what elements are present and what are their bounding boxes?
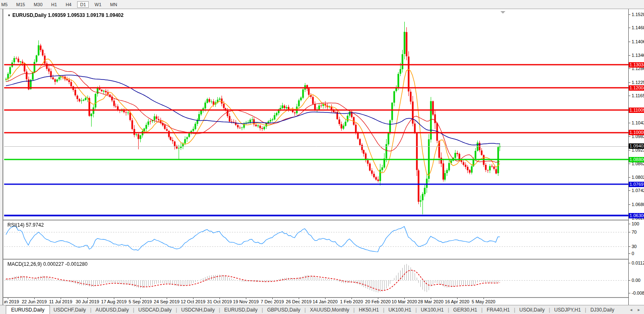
axis-tickmark <box>629 263 630 263</box>
main-chart-canvas[interactable] <box>4 10 628 220</box>
date-label: 5 May 2020 <box>466 299 501 304</box>
timeframe-button-h4[interactable]: H4 <box>63 1 74 8</box>
price-tick-label: 1.06805 <box>632 202 644 207</box>
rsi-tick-label: 70 <box>632 230 637 234</box>
axis-tickmark <box>629 42 630 42</box>
axis-tickmark <box>629 204 630 205</box>
rsi-tick-label: 30 <box>632 244 637 249</box>
axis-tickmark <box>629 190 630 191</box>
axis-tickmark <box>629 293 630 293</box>
chart-tab-usoil-daily[interactable]: USOil,Daily <box>516 306 548 314</box>
axis-tickmark <box>629 177 630 178</box>
price-tick-label: 1.10435 <box>632 120 644 125</box>
chart-tab-usdjpy-h1[interactable]: USDJPY,H1 <box>550 306 584 314</box>
macd-label: MACD(12,26,9) 0.000227 -0.001280 <box>7 261 87 267</box>
price-tick-label: 1.08020 <box>632 175 644 180</box>
timeframe-button-m30[interactable]: M30 <box>31 1 45 8</box>
timeframe-button-m15[interactable]: M15 <box>13 1 28 8</box>
chart-shift-marker-icon[interactable] <box>500 11 505 14</box>
rsi-label: RSI(14) 57.9742 <box>7 222 44 228</box>
chart-tab-fra40-h1[interactable]: FRA40,H1 <box>483 306 514 314</box>
level-price-label: 1.08800 <box>629 157 644 162</box>
axis-tickmark <box>629 136 630 137</box>
chart-tab-dj30-daily[interactable]: DJ30,Daily <box>587 306 618 314</box>
macd-tick-label: -0.00884 <box>632 291 644 295</box>
axis-tickmark <box>629 246 630 247</box>
axis-tickmark <box>629 232 630 232</box>
axis-tickmark <box>629 123 630 123</box>
chart-tab-uk100-h1[interactable]: UK100,H1 <box>385 306 415 314</box>
chart-tab-hk50-h1[interactable]: HK50,H1 <box>355 306 383 314</box>
axis-tickmark <box>629 55 630 56</box>
price-tick-label: 1.14680 <box>632 25 644 30</box>
axis-tickmark <box>629 224 630 224</box>
level-price-label: 1.13034 <box>629 62 644 68</box>
price-tick-label: 1.07420 <box>632 188 644 193</box>
timeframe-button-h1[interactable]: H1 <box>48 1 60 8</box>
level-price-label: 1.07697 <box>629 182 644 187</box>
price-tick-label: 1.15280 <box>632 12 644 17</box>
date-axis: 4 Jun 201922 Jun 201911 Jul 201930 Jul 2… <box>4 298 628 305</box>
axis-tickmark <box>629 96 630 96</box>
axis-tickmark <box>629 280 630 281</box>
chart-tab-ger30-h1[interactable]: GER30,H1 <box>450 306 481 314</box>
current-price-label: 1.09402 <box>629 143 644 149</box>
macd-tick-label: 0.011277 <box>632 260 644 265</box>
chart-plots: ▼EURUSD,Daily 1.09359 1.09533 1.09178 1.… <box>3 9 629 305</box>
chart-tab-gbpusd-daily[interactable]: GBPUSD,Daily <box>263 306 304 314</box>
price-axis: 1.152801.146801.140651.134651.128651.122… <box>628 9 644 305</box>
axis-tickmark <box>629 28 630 28</box>
timeframe-toolbar: M5M15M30H1H4D1W1MN <box>0 0 644 9</box>
chart-tab-usdcnh-daily[interactable]: USDCNH,Daily <box>177 306 218 314</box>
rsi-indicator-canvas[interactable] <box>4 220 628 259</box>
timeframe-button-mn[interactable]: MN <box>107 1 120 8</box>
chart-tab-usdcad-daily[interactable]: USDCAD,Daily <box>134 306 175 314</box>
price-tick-label: 1.12250 <box>632 80 644 85</box>
tab-scroll-left-icon[interactable]: ◄ <box>629 308 633 312</box>
tab-scroll-right-icon[interactable]: ► <box>637 308 641 312</box>
price-tick-label: 1.11650 <box>632 93 644 98</box>
price-tick-label: 1.14065 <box>632 39 644 44</box>
chart-tab-xauusd-monthly[interactable]: XAUUSD,Monthly <box>306 306 353 314</box>
chart-tab-uk100-h1[interactable]: UK100,H1 <box>417 306 447 314</box>
level-price-label: 1.10008 <box>629 130 644 135</box>
chart-title-text: EURUSD,Daily 1.09359 1.09533 1.09178 1.0… <box>12 12 124 18</box>
macd-tick-label: 0.00 <box>632 278 640 283</box>
level-price-label: 1.06306 <box>629 213 644 218</box>
chart-tab-usdchf-daily[interactable]: USDCHF,Daily <box>50 306 90 314</box>
rsi-tick-label: 100 <box>632 221 639 226</box>
level-price-label: 1.11009 <box>629 108 644 113</box>
level-price-label: 1.12004 <box>629 85 644 91</box>
rsi-tick-label: 0 <box>632 251 634 256</box>
pane-separator[interactable] <box>3 259 629 260</box>
macd-indicator-canvas[interactable] <box>4 260 628 297</box>
pane-separator[interactable] <box>3 220 629 220</box>
chart-window: ▼EURUSD,Daily 1.09359 1.09533 1.09178 1.… <box>2 9 644 305</box>
axis-tickmark <box>629 82 630 83</box>
timeframe-button-d1[interactable]: D1 <box>77 1 89 8</box>
chart-title: ▼EURUSD,Daily 1.09359 1.09533 1.09178 1.… <box>7 12 123 18</box>
symbol-dropdown-icon[interactable]: ▼ <box>7 14 11 17</box>
chart-tab-bar: EURUSD,DailyUSDCHF,Daily|AUDUSD,Daily|US… <box>0 305 644 314</box>
axis-tickmark <box>629 253 630 254</box>
timeframe-button-m5[interactable]: M5 <box>0 1 10 8</box>
axis-tickmark <box>629 68 630 69</box>
axis-tickmark <box>629 164 630 164</box>
axis-tickmark <box>629 150 630 150</box>
price-tick-label: 1.13465 <box>632 53 644 58</box>
chart-tab-eurusd-daily[interactable]: EURUSD,Daily <box>221 306 262 314</box>
chart-tab-audusd-daily[interactable]: AUDUSD,Daily <box>92 306 133 314</box>
axis-tickmark <box>629 14 630 15</box>
chart-tab-eurusd-daily[interactable]: EURUSD,Daily <box>6 305 50 314</box>
timeframe-button-w1[interactable]: W1 <box>92 1 104 8</box>
